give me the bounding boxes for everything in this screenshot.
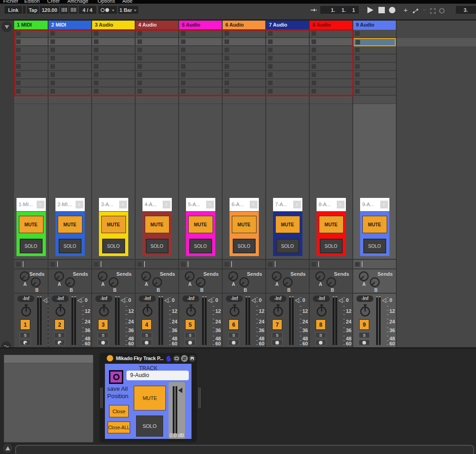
track-header[interactable]: 9 Audio xyxy=(353,21,396,30)
clip-stop-button[interactable] xyxy=(268,81,273,85)
clip-slot[interactable] xyxy=(14,88,48,96)
solo-button[interactable]: SOLO xyxy=(320,239,343,253)
device-window-titlebar[interactable]: 8-A...x xyxy=(317,198,346,211)
device-window-titlebar[interactable]: 7-A...x xyxy=(273,198,302,211)
clip-stop-button[interactable] xyxy=(94,31,98,36)
clip-stop-button[interactable] xyxy=(312,56,316,60)
clip-stop-button[interactable] xyxy=(268,39,273,44)
clip-stop-button[interactable] xyxy=(268,89,273,93)
arrangement-position-field[interactable]: 1. 1. 1 xyxy=(320,6,359,14)
clip-stop-button[interactable] xyxy=(356,40,360,44)
clip-stop-button[interactable] xyxy=(312,39,316,44)
clip-stop-button[interactable] xyxy=(181,81,186,85)
clip-stop-button[interactable] xyxy=(224,39,229,44)
solo-cue-button[interactable]: S xyxy=(315,332,326,338)
solo-button[interactable]: SOLO xyxy=(189,239,212,253)
solo-cue-button[interactable]: S xyxy=(20,332,31,338)
volume-handle-icon[interactable] xyxy=(251,297,256,305)
clip-slot[interactable] xyxy=(92,55,135,63)
solo-button[interactable]: SOLO xyxy=(276,239,299,253)
clip-slot[interactable] xyxy=(266,38,309,46)
clip-stop-button[interactable] xyxy=(94,89,98,93)
clip-stop-button[interactable] xyxy=(181,31,186,36)
volume-handle-icon[interactable] xyxy=(208,297,213,305)
solo-button[interactable]: SOLO xyxy=(146,239,169,253)
device-window-close-button[interactable]: x xyxy=(37,201,44,208)
clip-slot[interactable] xyxy=(14,46,48,55)
clip-stop-button[interactable] xyxy=(224,64,229,69)
empty-scene-row[interactable] xyxy=(14,96,48,104)
draw-mode-icon[interactable] xyxy=(412,7,419,16)
clip-slot[interactable] xyxy=(92,79,135,88)
clip-slot[interactable] xyxy=(266,46,309,55)
empty-scene-row[interactable] xyxy=(353,96,396,104)
pan-knob[interactable] xyxy=(271,304,285,319)
clip-slot[interactable] xyxy=(179,71,222,79)
clip-stop-button[interactable] xyxy=(50,48,55,52)
presentation-mode-icon[interactable] xyxy=(173,355,180,362)
clip-stop-button[interactable] xyxy=(137,89,142,93)
clip-stop-button[interactable] xyxy=(137,31,142,36)
menu-affichage[interactable]: Affichage xyxy=(67,0,88,4)
clip-slot[interactable] xyxy=(179,88,222,96)
clip-stop-button[interactable] xyxy=(355,64,360,69)
device-window-titlebar[interactable]: 4-A...x xyxy=(142,198,172,211)
arm-button[interactable] xyxy=(359,339,370,345)
clip-stop-button[interactable] xyxy=(50,72,55,77)
nudge-up-button[interactable] xyxy=(69,6,77,14)
clip-slot[interactable] xyxy=(310,30,352,38)
stop-all-clips-button[interactable] xyxy=(16,262,21,267)
device-window-close-button[interactable]: x xyxy=(76,201,83,208)
clip-stop-button[interactable] xyxy=(224,48,229,52)
empty-scene-row[interactable] xyxy=(136,96,178,104)
empty-scene-row[interactable] xyxy=(223,96,265,104)
back-to-arrangement-icon[interactable]: ← xyxy=(422,5,428,12)
clip-stop-button[interactable] xyxy=(224,81,229,85)
device-title-bar[interactable]: Mikado Fky Track P... xyxy=(99,353,197,364)
device-on-toggle[interactable] xyxy=(107,355,113,361)
solo-button[interactable]: SOLO xyxy=(363,239,386,253)
clip-stop-button[interactable] xyxy=(181,48,186,52)
track-header[interactable]: 1 MIDI xyxy=(14,21,48,30)
peak-level-display[interactable]: -Inf xyxy=(313,295,330,302)
clip-stop-button[interactable] xyxy=(137,64,142,69)
clip-slot[interactable] xyxy=(136,63,178,71)
clip-slot[interactable] xyxy=(92,88,135,96)
clip-slot[interactable] xyxy=(92,38,135,46)
clip-stop-button[interactable] xyxy=(268,64,273,69)
clip-stop-button[interactable] xyxy=(355,48,360,52)
nudge-down-button[interactable] xyxy=(60,6,68,14)
empty-scene-row[interactable] xyxy=(310,96,352,104)
mute-button[interactable]: MUTE xyxy=(19,216,44,233)
solo-cue-button[interactable]: S xyxy=(272,332,283,338)
device-window-close-button[interactable]: x xyxy=(337,201,345,208)
pan-knob[interactable] xyxy=(141,304,154,319)
clip-stop-button[interactable] xyxy=(137,48,142,52)
track-activator-button[interactable]: 9 xyxy=(359,319,369,330)
quantization-menu[interactable]: 1 Bar xyxy=(118,6,138,14)
clip-slot[interactable] xyxy=(223,38,265,46)
solo-cue-button[interactable]: S xyxy=(228,332,239,338)
clip-stop-button[interactable] xyxy=(312,72,316,77)
clip-slot[interactable] xyxy=(310,46,352,55)
device-window-close-button[interactable]: x xyxy=(163,201,170,208)
clip-slot[interactable] xyxy=(266,63,309,71)
new-midi-track-icon[interactable]: + xyxy=(404,6,408,14)
clip-stop-button[interactable] xyxy=(50,64,55,69)
follow-button[interactable] xyxy=(310,6,317,14)
device-window-titlebar[interactable]: 6-A...x xyxy=(230,198,259,211)
track-activator-button[interactable]: 4 xyxy=(142,319,152,330)
clip-stop-button[interactable] xyxy=(16,89,21,93)
clip-stop-button[interactable] xyxy=(137,39,142,44)
clip-stop-button[interactable] xyxy=(224,72,229,77)
time-signature-field[interactable]: 4 / 4 xyxy=(79,6,96,14)
save-preset-icon[interactable] xyxy=(189,355,196,362)
peak-level-display[interactable]: -Inf xyxy=(269,295,286,302)
peak-level-display[interactable]: -Inf xyxy=(52,295,69,302)
clip-stop-button[interactable] xyxy=(50,39,55,44)
mute-button[interactable]: MUTE xyxy=(101,216,126,233)
clip-stop-button[interactable] xyxy=(312,89,316,93)
arm-button[interactable] xyxy=(315,339,326,345)
stop-all-clips-button[interactable] xyxy=(268,262,273,267)
solo-button[interactable]: SOLO xyxy=(102,239,125,253)
